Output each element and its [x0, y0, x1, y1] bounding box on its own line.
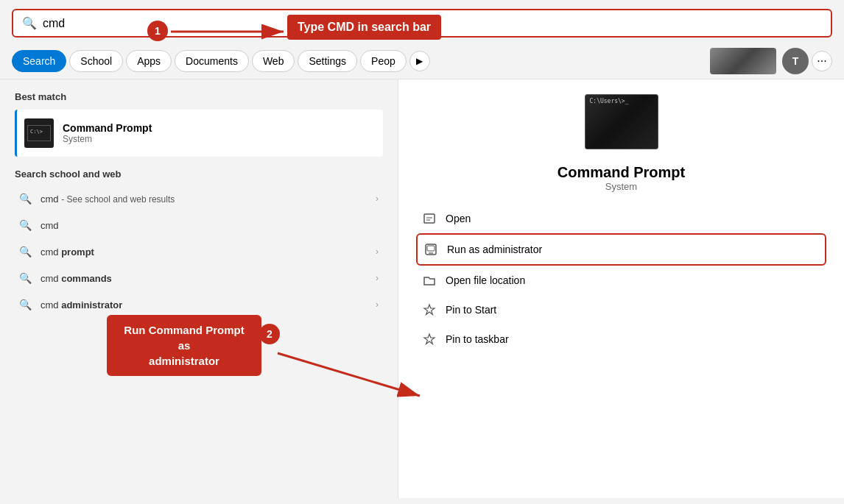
- search-result-text-2: cmd prompt: [41, 246, 367, 258]
- search-result-arrow-4: ›: [376, 299, 379, 310]
- open-icon: [422, 211, 437, 226]
- tabs-row: Search School Apps Documents Web Setting…: [0, 43, 844, 79]
- best-match-app-type: System: [63, 134, 152, 144]
- action-open-label: Open: [446, 213, 471, 224]
- action-run-as-admin-label: Run as administrator: [447, 244, 542, 255]
- profile-image: [710, 48, 776, 74]
- best-match-app-name: Command Prompt: [63, 122, 152, 134]
- action-open-file-location-label: Open file location: [446, 274, 525, 286]
- tab-apps[interactable]: Apps: [126, 50, 172, 72]
- action-open-file-location[interactable]: Open file location: [416, 266, 826, 295]
- search-result-item-0[interactable]: 🔍 cmd - See school and web results ›: [15, 185, 383, 212]
- right-panel-subtitle: System: [416, 181, 826, 192]
- run-as-admin-icon: [423, 242, 438, 257]
- best-match-title: Best match: [15, 91, 383, 102]
- tab-search[interactable]: Search: [12, 50, 66, 72]
- search-web-title: Search school and web: [15, 168, 383, 180]
- tab-more-arrow[interactable]: ▶: [409, 51, 430, 71]
- svg-rect-0: [424, 214, 435, 223]
- open-file-location-icon: [422, 273, 437, 288]
- left-panel: Best match Command Prompt System Search …: [0, 79, 398, 498]
- search-web-section: Search school and web 🔍 cmd - See school…: [15, 168, 383, 318]
- search-result-text-1: cmd: [41, 220, 379, 231]
- action-open[interactable]: Open: [416, 204, 826, 233]
- tab-people[interactable]: Peop: [360, 50, 407, 72]
- action-pin-to-taskbar[interactable]: Pin to taskbar: [416, 324, 826, 354]
- cmd-preview-image: C:\Users\>_: [585, 94, 658, 149]
- search-result-text-4: cmd administrator: [41, 299, 367, 310]
- pin-to-start-icon: [422, 302, 437, 317]
- main-content: Best match Command Prompt System Search …: [0, 79, 844, 498]
- search-result-icon-4: 🔍: [19, 299, 32, 310]
- cmd-icon-inner: [27, 125, 51, 141]
- right-panel-title: Command Prompt: [416, 164, 826, 181]
- search-bar-container: 🔍: [0, 0, 844, 43]
- tab-documents[interactable]: Documents: [175, 50, 249, 72]
- best-match-item[interactable]: Command Prompt System: [15, 110, 383, 157]
- search-result-arrow-2: ›: [376, 246, 379, 257]
- cmd-preview-area: C:\Users\>_: [416, 94, 826, 149]
- search-result-item-2[interactable]: 🔍 cmd prompt ›: [15, 238, 383, 265]
- action-list: Open Run as administrator: [416, 204, 826, 354]
- more-options-button[interactable]: ···: [812, 51, 832, 71]
- cmd-preview-text-content: C:\Users\>_: [590, 98, 629, 104]
- best-match-text: Command Prompt System: [63, 122, 152, 144]
- user-avatar[interactable]: T: [782, 48, 809, 74]
- action-pin-to-start[interactable]: Pin to Start: [416, 295, 826, 324]
- action-run-as-admin[interactable]: Run as administrator: [416, 233, 826, 266]
- search-result-item-4[interactable]: 🔍 cmd administrator ›: [15, 291, 383, 318]
- svg-marker-3: [424, 305, 435, 315]
- search-result-text-0: cmd - See school and web results: [41, 194, 367, 205]
- search-result-icon-1: 🔍: [19, 219, 32, 231]
- action-pin-to-taskbar-label: Pin to taskbar: [446, 333, 509, 345]
- search-bar[interactable]: 🔍: [12, 9, 832, 38]
- search-result-icon-0: 🔍: [19, 193, 32, 205]
- command-prompt-icon: [24, 118, 54, 148]
- svg-marker-4: [424, 334, 435, 344]
- svg-rect-2: [427, 246, 435, 251]
- search-result-item-1[interactable]: 🔍 cmd: [15, 212, 383, 238]
- search-result-arrow-3: ›: [376, 273, 379, 283]
- search-result-icon-3: 🔍: [19, 272, 32, 284]
- search-input[interactable]: [43, 17, 822, 30]
- search-result-text-3: cmd commands: [41, 273, 367, 284]
- search-result-icon-2: 🔍: [19, 246, 32, 258]
- tab-school[interactable]: School: [69, 50, 123, 72]
- tab-web[interactable]: Web: [252, 50, 295, 72]
- tab-settings[interactable]: Settings: [298, 50, 357, 72]
- right-panel: C:\Users\>_ Command Prompt System Open: [398, 79, 844, 498]
- search-result-arrow-0: ›: [376, 194, 379, 204]
- pin-to-taskbar-icon: [422, 332, 437, 347]
- action-pin-to-start-label: Pin to Start: [446, 304, 496, 316]
- search-result-item-3[interactable]: 🔍 cmd commands ›: [15, 265, 383, 291]
- search-icon: 🔍: [22, 16, 37, 30]
